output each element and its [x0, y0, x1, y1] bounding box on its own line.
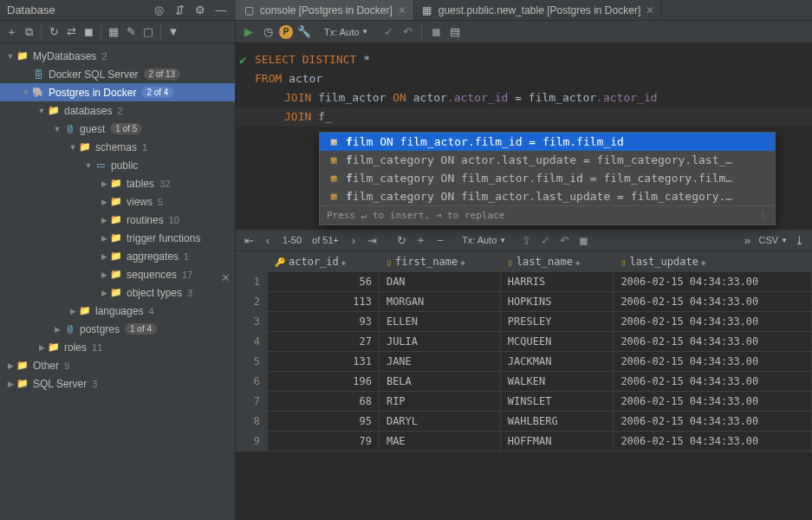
hide-icon[interactable]: —	[213, 3, 229, 18]
remove-row-icon[interactable]: −	[432, 232, 448, 248]
tree-node[interactable]: 📁Other9	[0, 356, 235, 374]
cell[interactable]: 2006-02-15 04:34:33.00	[614, 352, 812, 372]
table-row[interactable]: 768RIPWINSLET2006-02-15 04:34:33.00	[237, 392, 812, 412]
cell[interactable]: 2006-02-15 04:34:33.00	[614, 332, 812, 352]
cell[interactable]: BELA	[379, 372, 500, 392]
twisty-icon[interactable]	[99, 216, 109, 224]
completion-item[interactable]: ▦film_category ON film_actor.last_update…	[320, 187, 775, 205]
tree-node[interactable]: 🗄Docker SQL Server2 of 13	[0, 65, 235, 83]
cell[interactable]: HOFFMAN	[500, 432, 614, 452]
cell[interactable]: JACKMAN	[500, 352, 614, 372]
sort-icon[interactable]: ◆	[575, 258, 580, 267]
cell[interactable]: 2006-02-15 04:34:33.00	[614, 432, 812, 452]
column-header[interactable]: ▯last_name◆	[500, 252, 614, 272]
twisty-icon[interactable]	[99, 289, 109, 297]
cell[interactable]: 56	[268, 272, 380, 292]
twisty-icon[interactable]	[99, 270, 109, 279]
completion-item[interactable]: ▦film_category ON film_actor.film_id = f…	[320, 169, 775, 187]
collapse-icon[interactable]: ⇵	[172, 3, 187, 18]
twisty-icon[interactable]	[99, 234, 109, 243]
sort-icon[interactable]: ◆	[341, 258, 346, 267]
rollback-icon[interactable]: ↶	[400, 24, 415, 40]
more-icon[interactable]: ⋮	[758, 210, 768, 221]
cell[interactable]: 2006-02-15 04:34:33.00	[614, 272, 812, 292]
results-grid[interactable]: 🔑actor_id◆▯first_name◆▯last_name◆▯last_u…	[236, 251, 812, 520]
cell[interactable]: 2006-02-15 04:34:33.00	[614, 292, 812, 312]
sort-icon[interactable]: ◆	[460, 258, 464, 267]
run-icon[interactable]: ▶	[241, 24, 257, 40]
cell[interactable]: 95	[268, 412, 380, 432]
close-icon[interactable]: ✕	[221, 271, 231, 284]
cell[interactable]: DARYL	[379, 412, 500, 432]
cell[interactable]: JULIA	[379, 332, 500, 352]
tree-node[interactable]: 📁schemas1	[0, 138, 235, 156]
twisty-icon[interactable]	[5, 361, 16, 370]
table-row[interactable]: 979MAEHOFFMAN2006-02-15 04:34:33.00	[237, 432, 812, 452]
submit-up-icon[interactable]: ⇧	[518, 232, 534, 248]
diff-icon[interactable]: ⇄	[63, 24, 79, 40]
cell[interactable]: 2006-02-15 04:34:33.00	[614, 392, 812, 412]
sort-icon[interactable]: ◆	[701, 258, 705, 267]
tree-node[interactable]: 🐘Postgres in Docker2 of 4	[0, 83, 235, 101]
tree-node[interactable]: 🛢guest1 of 5	[0, 120, 235, 138]
download-icon[interactable]: ⤓	[791, 232, 807, 248]
table-row[interactable]: 2113MORGANHOPKINS2006-02-15 04:34:33.00	[237, 292, 812, 312]
cell[interactable]: HARRIS	[500, 272, 614, 292]
table-row[interactable]: 427JULIAMCQUEEN2006-02-15 04:34:33.00	[237, 332, 812, 352]
cell[interactable]: MAE	[379, 432, 500, 452]
cell[interactable]: 113	[268, 292, 380, 312]
completion-popup[interactable]: ▦film ON film_actor.film_id = film.film_…	[319, 132, 776, 225]
close-icon[interactable]: ✕	[398, 4, 406, 16]
cell[interactable]: RIP	[379, 392, 500, 412]
twisty-icon[interactable]	[99, 179, 109, 188]
tree-node[interactable]: 📁routines10	[0, 211, 235, 229]
first-page-icon[interactable]: ⇤	[241, 232, 257, 248]
prev-page-icon[interactable]: ‹	[260, 232, 276, 248]
commit-result-icon[interactable]: ✓	[537, 232, 553, 248]
cancel-icon[interactable]: ◼	[575, 232, 591, 248]
refresh-icon[interactable]: ↻	[46, 24, 62, 40]
tree-node[interactable]: 📁tables32	[0, 174, 235, 192]
reload-icon[interactable]: ↻	[394, 232, 410, 248]
tree-node[interactable]: 🛢postgres1 of 4	[0, 320, 235, 338]
commit-icon[interactable]: ✓	[380, 24, 396, 40]
next-page-icon[interactable]: ›	[346, 232, 361, 248]
wrench-icon[interactable]: 🔧	[296, 24, 312, 40]
completion-item[interactable]: ▦film_category ON actor.last_update = fi…	[320, 151, 775, 169]
column-header[interactable]: ▯first_name◆	[379, 252, 500, 272]
cell[interactable]: 68	[268, 392, 380, 412]
export-format-select[interactable]: CSV ▼	[758, 235, 788, 245]
history-icon[interactable]: ◷	[260, 24, 276, 40]
gear-icon[interactable]: ⚙	[192, 3, 208, 18]
last-page-icon[interactable]: ⇥	[365, 232, 380, 248]
twisty-icon[interactable]	[36, 107, 47, 115]
duplicate-icon[interactable]: ⧉	[21, 24, 36, 40]
add-row-icon[interactable]: ＋	[413, 232, 429, 248]
tree-node[interactable]: 📁databases2	[0, 101, 235, 120]
table-row[interactable]: 393ELLENPRESLEY2006-02-15 04:34:33.00	[237, 312, 812, 332]
close-icon[interactable]: ✕	[646, 4, 654, 16]
twisty-icon[interactable]	[99, 252, 109, 261]
cell[interactable]: MORGAN	[379, 292, 500, 312]
cell[interactable]: 131	[268, 352, 380, 372]
edit-icon[interactable]: ✎	[123, 24, 139, 40]
cell[interactable]: 196	[268, 372, 380, 392]
tree-node[interactable]: 📁roles11	[0, 338, 235, 356]
twisty-icon[interactable]	[5, 52, 16, 61]
tree-node[interactable]: 📁views5	[0, 192, 235, 211]
twisty-icon[interactable]	[83, 161, 94, 170]
cell[interactable]: WALKEN	[500, 372, 614, 392]
database-tree[interactable]: 📁MyDatabases2🗄Docker SQL Server2 of 13🐘P…	[0, 43, 235, 520]
twisty-icon[interactable]	[52, 125, 62, 133]
cell[interactable]: 93	[268, 312, 380, 332]
column-header[interactable]: ▯last_update◆	[614, 252, 812, 272]
table-row[interactable]: 5131JANEJACKMAN2006-02-15 04:34:33.00	[237, 352, 812, 372]
cell[interactable]: 2006-02-15 04:34:33.00	[614, 312, 812, 332]
twisty-icon[interactable]	[36, 343, 47, 352]
tree-node[interactable]: 📁trigger functions	[0, 229, 235, 247]
cell[interactable]: HOPKINS	[500, 292, 614, 312]
tree-node[interactable]: 📁SQL Server3	[0, 374, 235, 393]
stop-query-icon[interactable]: ◼	[428, 24, 444, 40]
editor-tab[interactable]: ▦guest.public.new_table [Postgres in Doc…	[414, 0, 662, 20]
cell[interactable]: 2006-02-15 04:34:33.00	[614, 372, 812, 392]
